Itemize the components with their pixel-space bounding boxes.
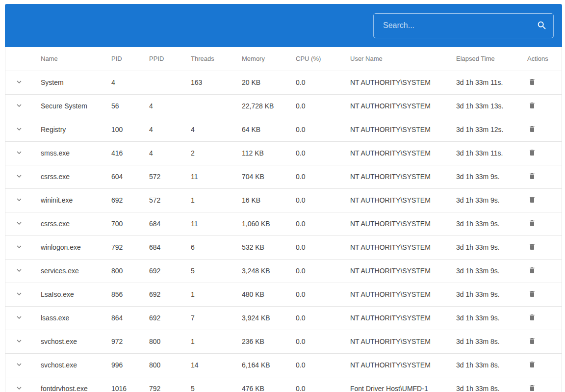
kill-process-button[interactable] xyxy=(528,243,536,252)
cell-cpu: 0.0 xyxy=(296,377,350,392)
expand-row-button[interactable] xyxy=(15,78,24,88)
expand-row-button[interactable] xyxy=(15,148,24,158)
kill-process-button[interactable] xyxy=(528,102,536,111)
kill-process-button[interactable] xyxy=(528,172,536,182)
cell-elapsed-time: 3d 1h 33m 13s. xyxy=(456,94,527,118)
cell-memory: 22,728 KB xyxy=(242,94,296,118)
search-box[interactable] xyxy=(373,13,554,38)
cell-pid: 864 xyxy=(111,306,149,330)
cell-ppid: 684 xyxy=(149,235,191,259)
cell-pid: 4 xyxy=(111,71,149,94)
expand-row-button[interactable] xyxy=(15,195,24,206)
cell-pid: 1016 xyxy=(111,377,149,392)
cell-ppid: 800 xyxy=(149,330,191,353)
cell-cpu: 0.0 xyxy=(296,165,350,188)
cell-elapsed-time: 3d 1h 33m 9s. xyxy=(456,235,527,259)
cell-cpu: 0.0 xyxy=(296,353,350,377)
table-row: System 4 163 20 KB 0.0 NT AUTHORITY\SYST… xyxy=(5,71,562,94)
search-button[interactable] xyxy=(537,20,547,31)
expand-row-button[interactable] xyxy=(15,219,24,229)
cell-user-name: NT AUTHORITY\SYSTEM xyxy=(350,71,456,94)
kill-process-button[interactable] xyxy=(528,125,536,134)
process-table: Name PID PPID Threads Memory CPU (%) Use… xyxy=(5,47,562,392)
col-header-name: Name xyxy=(41,47,111,71)
cell-user-name: NT AUTHORITY\SYSTEM xyxy=(350,283,456,306)
cell-threads: 1 xyxy=(191,188,242,212)
cell-elapsed-time: 3d 1h 33m 9s. xyxy=(456,212,527,235)
kill-process-button[interactable] xyxy=(528,266,536,276)
cell-name: LsaIso.exe xyxy=(41,283,111,306)
cell-ppid: 4 xyxy=(149,141,191,165)
chevron-down-icon xyxy=(15,78,24,88)
col-header-ppid: PPID xyxy=(149,47,191,71)
cell-name: svchost.exe xyxy=(41,353,111,377)
table-row: LsaIso.exe 856 692 1 480 KB 0.0 NT AUTHO… xyxy=(5,283,562,306)
expand-row-button[interactable] xyxy=(15,313,24,323)
cell-threads: 11 xyxy=(191,212,242,235)
cell-threads: 5 xyxy=(191,259,242,283)
expand-row-button[interactable] xyxy=(15,360,24,370)
cell-threads: 7 xyxy=(191,306,242,330)
delete-icon xyxy=(528,314,536,323)
expand-row-button[interactable] xyxy=(15,289,24,300)
kill-process-button[interactable] xyxy=(528,219,536,229)
kill-process-button[interactable] xyxy=(528,290,536,299)
expand-row-button[interactable] xyxy=(15,266,24,276)
col-header-expander xyxy=(5,47,41,71)
cell-elapsed-time: 3d 1h 33m 11s. xyxy=(456,71,527,94)
cell-pid: 800 xyxy=(111,259,149,283)
kill-process-button[interactable] xyxy=(528,314,536,323)
cell-pid: 792 xyxy=(111,235,149,259)
chevron-down-icon xyxy=(15,313,24,323)
expand-row-button[interactable] xyxy=(15,172,24,182)
chevron-down-icon xyxy=(15,360,24,370)
cell-memory: 20 KB xyxy=(242,71,296,94)
table-row: csrss.exe 604 572 11 704 KB 0.0 NT AUTHO… xyxy=(5,165,562,188)
cell-memory: 6,164 KB xyxy=(242,353,296,377)
kill-process-button[interactable] xyxy=(528,384,536,392)
process-manager-app: Name PID PPID Threads Memory CPU (%) Use… xyxy=(5,4,562,392)
expand-row-button[interactable] xyxy=(15,101,24,111)
cell-elapsed-time: 3d 1h 33m 9s. xyxy=(456,165,527,188)
table-row: smss.exe 416 4 2 112 KB 0.0 NT AUTHORITY… xyxy=(5,141,562,165)
cell-user-name: NT AUTHORITY\SYSTEM xyxy=(350,212,456,235)
cell-memory: 704 KB xyxy=(242,165,296,188)
cell-cpu: 0.0 xyxy=(296,188,350,212)
kill-process-button[interactable] xyxy=(528,196,536,205)
cell-ppid: 4 xyxy=(149,118,191,141)
kill-process-button[interactable] xyxy=(528,361,536,370)
cell-name: csrss.exe xyxy=(41,165,111,188)
cell-cpu: 0.0 xyxy=(296,94,350,118)
delete-icon xyxy=(528,361,536,370)
search-input[interactable] xyxy=(382,21,537,30)
cell-name: winlogon.exe xyxy=(41,235,111,259)
delete-icon xyxy=(528,290,536,299)
cell-memory: 16 KB xyxy=(242,188,296,212)
cell-pid: 100 xyxy=(111,118,149,141)
expand-row-button[interactable] xyxy=(15,125,24,135)
table-row: svchost.exe 996 800 14 6,164 KB 0.0 NT A… xyxy=(5,353,562,377)
cell-ppid: 692 xyxy=(149,259,191,283)
cell-memory: 1,060 KB xyxy=(242,212,296,235)
cell-elapsed-time: 3d 1h 33m 9s. xyxy=(456,306,527,330)
chevron-down-icon xyxy=(15,337,24,347)
cell-user-name: NT AUTHORITY\SYSTEM xyxy=(350,141,456,165)
cell-elapsed-time: 3d 1h 33m 9s. xyxy=(456,283,527,306)
kill-process-button[interactable] xyxy=(528,149,536,158)
cell-cpu: 0.0 xyxy=(296,330,350,353)
cell-name: lsass.exe xyxy=(41,306,111,330)
kill-process-button[interactable] xyxy=(528,337,536,346)
chevron-down-icon xyxy=(15,242,24,253)
cell-pid: 416 xyxy=(111,141,149,165)
chevron-down-icon xyxy=(15,266,24,276)
delete-icon xyxy=(528,243,536,252)
table-row: lsass.exe 864 692 7 3,924 KB 0.0 NT AUTH… xyxy=(5,306,562,330)
expand-row-button[interactable] xyxy=(15,242,24,253)
expand-row-button[interactable] xyxy=(15,337,24,347)
expand-row-button[interactable] xyxy=(15,384,24,392)
table-row: wininit.exe 692 572 1 16 KB 0.0 NT AUTHO… xyxy=(5,188,562,212)
cell-name: smss.exe xyxy=(41,141,111,165)
cell-elapsed-time: 3d 1h 33m 11s. xyxy=(456,141,527,165)
col-header-threads: Threads xyxy=(191,47,242,71)
kill-process-button[interactable] xyxy=(528,78,536,87)
